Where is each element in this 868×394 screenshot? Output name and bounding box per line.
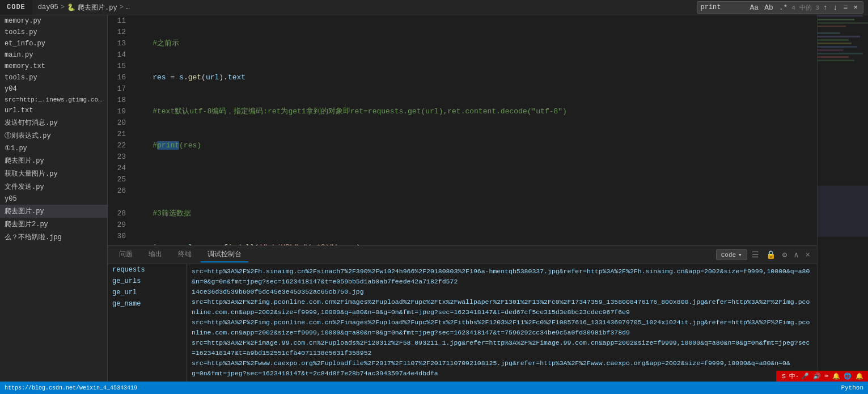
sidebar-item-y05[interactable]: y05	[0, 193, 107, 205]
search-bar: Aa Ab .* 4 中的 3 ↑ ↓ ≡ ×	[697, 1, 863, 14]
var-requests[interactable]: requests	[108, 264, 187, 276]
sidebar-item-url-txt[interactable]: url.txt	[0, 105, 107, 116]
sidebar-item-regex[interactable]: ①则表达式.py	[0, 129, 107, 142]
panel-tab-output[interactable]: 输出	[142, 247, 169, 262]
svg-rect-4	[818, 26, 846, 27]
breadcrumb-filename: 爬去图片.py	[78, 3, 117, 12]
sidebar-item-crawl-img2[interactable]: 爬去图片2.py	[0, 218, 107, 231]
search-regex-btn[interactable]: .*	[777, 3, 790, 12]
panel-tab-terminal[interactable]: 终端	[171, 247, 198, 262]
search-up-btn[interactable]: ↑	[822, 3, 829, 12]
editor-area: 11 12 13 14 15 16 17 18 19 20 21 22 23 2…	[108, 15, 817, 382]
breadcrumb: day05 > 🐍 爬去图片.py > …	[32, 3, 136, 12]
output-line-7: g=0n&fmt=jpeg?sec=1623418147&t=2c84d8f7e…	[192, 368, 812, 379]
output-line-4: src=http%3A%2F%2Fimg.pconline.com.cn%2Fi…	[192, 317, 812, 338]
panel-up-btn[interactable]: ∧	[791, 249, 801, 261]
sidebar-item-tools-py[interactable]: tools.py	[0, 27, 107, 38]
code-view[interactable]: 11 12 13 14 15 16 17 18 19 20 21 22 23 2…	[108, 15, 817, 245]
svg-rect-9	[818, 46, 857, 48]
search-case-btn[interactable]: Aa	[748, 3, 761, 12]
sidebar-item-tools-py2[interactable]: tools.py	[0, 72, 107, 83]
sidebar-item-crawl-img[interactable]: 爬去图片.py	[0, 154, 107, 167]
panel-tabs: 问题 输出 终端 调试控制台 Code ▾ ☰ 🔒 ⚙ ∧ ×	[108, 246, 817, 264]
status-bar: https://blog.csdn.net/weixin_4_45343419 …	[0, 382, 868, 394]
minimap-svg	[818, 15, 868, 382]
code-line-16: #3筛选数据	[133, 208, 817, 219]
var-ge-url[interactable]: ge_url	[108, 287, 187, 298]
sidebar-item-crawl-img-active[interactable]: 爬去图片.py	[0, 205, 107, 218]
sidebar: memory.py tools.py et_info.py main.py me…	[0, 15, 108, 382]
svg-rect-1	[818, 15, 863, 17]
ime-bar: S 中· 🎤 🔊 ⌨ 🔔 🌐 🔔	[776, 371, 868, 382]
sidebar-item-file-send[interactable]: 文件发送.py	[0, 180, 107, 193]
search-close-btn[interactable]: ×	[852, 3, 859, 12]
sidebar-item-jpg[interactable]: 么？不给趴啦.jpg	[0, 231, 107, 244]
code-lines[interactable]: #之前示 res = s.get(url).text #text默认utf-8编…	[133, 15, 817, 245]
output-line-3: src=http%3A%2F%2Fimg.pconline.com.cn%2Fi…	[192, 297, 812, 317]
bottom-split: requests ge_urls ge_url ge_name src=http…	[108, 264, 817, 382]
sidebar-item-src[interactable]: src=http:_.inews.gtimg.com_ne...	[0, 95, 107, 105]
svg-rect-14	[818, 185, 868, 236]
status-url: https://blog.csdn.net/weixin_4_45343419	[5, 385, 137, 391]
panel-tab-problems[interactable]: 问题	[112, 247, 139, 262]
panel-settings-btn[interactable]: ⚙	[780, 249, 789, 261]
panel-right-controls: Code ▾ ☰ 🔒 ⚙ ∧ ×	[716, 249, 812, 261]
breadcrumb-day05: day05	[38, 3, 58, 11]
breadcrumb-sep1: >	[61, 3, 65, 11]
status-right: Python	[841, 384, 863, 391]
sidebar-item-et-info-py[interactable]: et_info.py	[0, 38, 107, 49]
svg-rect-6	[818, 36, 860, 37]
panel-dropdown-arrow: ▾	[738, 251, 742, 259]
svg-rect-10	[818, 49, 843, 51]
breadcrumb-sep2: >	[120, 3, 124, 11]
search-down-btn[interactable]: ↓	[832, 3, 840, 12]
svg-rect-13	[818, 60, 854, 61]
main-area: memory.py tools.py et_info.py main.py me…	[0, 15, 868, 382]
sidebar-item-main-py[interactable]: main.py	[0, 49, 107, 61]
svg-rect-5	[818, 32, 840, 34]
ime-icons: 🎤 🔊 ⌨ 🔔 🌐 🔔	[801, 372, 863, 380]
panel-dropdown-label: Code	[721, 252, 736, 259]
svg-rect-12	[818, 56, 849, 58]
var-ge-urls[interactable]: ge_urls	[108, 276, 187, 287]
svg-rect-11	[818, 53, 863, 54]
code-line-14: #print(res)	[133, 140, 817, 151]
ime-label: S	[781, 373, 787, 380]
panel-lock-btn[interactable]: 🔒	[764, 249, 778, 261]
top-bar: CODE day05 > 🐍 爬去图片.py > … Aa Ab .* 4 中的…	[0, 0, 868, 15]
svg-rect-7	[818, 39, 849, 41]
output-line-2: 14ce36d3d539b600f5dc45e3e450352ac65cb750…	[192, 287, 812, 297]
output-line-1: src=http%3A%2F%2Fh.sinaimg.cn%2Fsinach7%…	[192, 266, 812, 287]
code-line-11: #之前示	[133, 38, 817, 49]
sidebar-item-01[interactable]: ①1.py	[0, 142, 107, 154]
panel-filter-btn[interactable]: ☰	[750, 249, 761, 261]
sidebar-item-y04[interactable]: y04	[0, 83, 107, 95]
panel-close-btn[interactable]: ×	[803, 249, 812, 261]
panel-dropdown-code[interactable]: Code ▾	[716, 249, 747, 260]
line-numbers: 11 12 13 14 15 16 17 18 19 20 21 22 23 2…	[108, 15, 133, 245]
panel-content[interactable]: src=http%3A%2F%2Fh.sinaimg.cn%2Fsinach7%…	[187, 264, 817, 382]
output-line-6: src=http%3A%2F%2Fwww.caexpo.org%2Fupload…	[192, 358, 812, 368]
var-ge-name[interactable]: ge_name	[108, 298, 187, 310]
svg-rect-8	[818, 43, 852, 44]
sidebar-item-memory-txt[interactable]: memory.txt	[0, 61, 107, 72]
search-match-info: 4 中的 3	[791, 3, 819, 12]
search-word-btn[interactable]: Ab	[763, 3, 775, 12]
sidebar-item-memory-py[interactable]: memory.py	[0, 15, 107, 27]
search-controls: Aa Ab .* 4 中的 3 ↑ ↓ ≡ ×	[748, 3, 859, 12]
search-all-btn[interactable]: ≡	[841, 3, 849, 12]
code-label: CODE	[0, 0, 32, 15]
status-python: Python	[841, 384, 863, 391]
sidebar-item-dingding[interactable]: 发送钉钉消息.py	[0, 116, 107, 129]
panel-tab-debug[interactable]: 调试控制台	[201, 247, 248, 262]
breadcrumb-ellipsis: …	[126, 3, 130, 11]
search-input[interactable]	[701, 3, 746, 11]
code-line-13: #text默认utf-8编码，指定编码:ret为get1拿到的对象即ret=re…	[133, 106, 817, 117]
svg-rect-3	[818, 22, 868, 24]
breadcrumb-python-icon: 🐍	[67, 3, 75, 12]
vars-panel: requests ge_urls ge_url ge_name	[108, 264, 187, 382]
bottom-panel: 问题 输出 终端 调试控制台 Code ▾ ☰ 🔒 ⚙ ∧ ×	[108, 245, 817, 382]
ime-text: 中·	[789, 372, 799, 380]
sidebar-item-get-imgs[interactable]: 获取大量图片.py	[0, 167, 107, 180]
output-line-5: src=http%3A%2F%2Fimage.99.com.cn%2Fuploa…	[192, 338, 812, 358]
